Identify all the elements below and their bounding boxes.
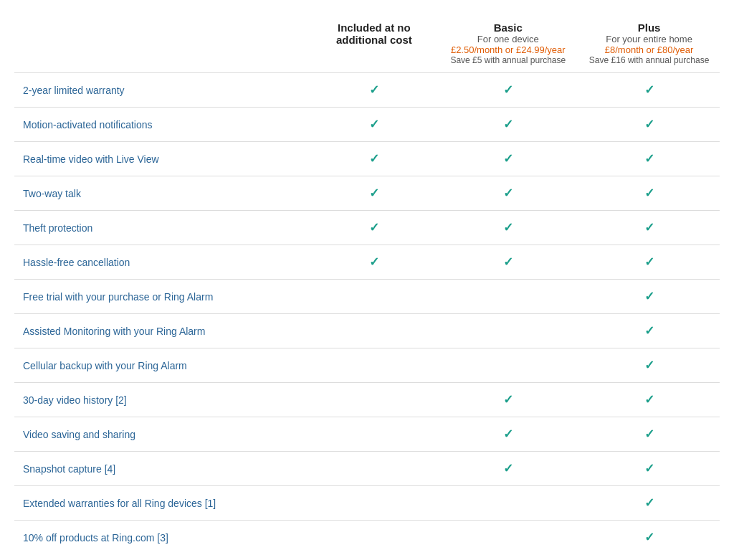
included-check-cell: [310, 521, 437, 555]
feature-label: 2-year limited warranty: [14, 73, 310, 108]
checkmark-icon: ✓: [644, 152, 654, 166]
checkmark-icon: ✓: [503, 221, 513, 234]
plus-check-cell: ✓: [578, 108, 720, 142]
checkmark-icon: ✓: [644, 221, 654, 234]
plus-check-cell: ✓: [578, 73, 720, 108]
basic-check-cell: [437, 280, 578, 314]
checkmark-icon: ✓: [644, 83, 654, 97]
table-row: 30-day video history [2]✓✓: [14, 383, 720, 417]
plus-check-cell: ✓: [578, 314, 720, 348]
included-check-cell: ✓: [310, 245, 437, 280]
plus-check-cell: ✓: [578, 348, 720, 383]
feature-label: Real-time video with Live View: [14, 142, 310, 176]
table-row: 2-year limited warranty✓✓✓: [14, 73, 720, 108]
checkmark-icon: ✓: [503, 186, 513, 200]
feature-label: Snapshot capture [4]: [14, 452, 310, 486]
checkmark-icon: ✓: [369, 221, 379, 234]
plus-check-cell: ✓: [578, 280, 720, 314]
checkmark-icon: ✓: [503, 255, 513, 269]
table-row: Snapshot capture [4]✓✓: [14, 452, 720, 486]
table-row: Theft protection✓✓✓: [14, 211, 720, 245]
checkmark-icon: ✓: [503, 462, 513, 475]
checkmark-icon: ✓: [644, 393, 654, 407]
basic-save: Save £5 with annual purchase: [446, 55, 570, 65]
checkmark-icon: ✓: [644, 427, 654, 441]
checkmark-icon: ✓: [503, 118, 513, 131]
feature-label: Theft protection: [14, 211, 310, 245]
plus-check-cell: ✓: [578, 142, 720, 176]
plus-check-cell: ✓: [578, 486, 720, 521]
table-row: Extended warranties for all Ring devices…: [14, 486, 720, 521]
checkmark-icon: ✓: [644, 496, 654, 510]
basic-check-cell: ✓: [437, 108, 578, 142]
plus-check-cell: ✓: [578, 417, 720, 452]
included-check-cell: [310, 452, 437, 486]
feature-label: Two-way talk: [14, 176, 310, 211]
basic-check-cell: ✓: [437, 176, 578, 211]
plus-check-cell: ✓: [578, 383, 720, 417]
checkmark-icon: ✓: [644, 324, 654, 338]
feature-label: Motion-activated notifications: [14, 108, 310, 142]
feature-label: 10% off products at Ring.com [3]: [14, 521, 310, 555]
comparison-table: Included at no additional cost Basic For…: [14, 14, 720, 554]
basic-check-cell: ✓: [437, 245, 578, 280]
included-check-cell: ✓: [310, 108, 437, 142]
feature-label: 30-day video history [2]: [14, 383, 310, 417]
basic-check-cell: ✓: [437, 383, 578, 417]
basic-check-cell: ✓: [437, 142, 578, 176]
basic-check-cell: [437, 486, 578, 521]
basic-subtitle: For one device: [446, 34, 570, 44]
included-check-cell: ✓: [310, 176, 437, 211]
included-check-cell: ✓: [310, 73, 437, 108]
included-check-cell: ✓: [310, 211, 437, 245]
basic-check-cell: [437, 521, 578, 555]
plus-title: Plus: [587, 22, 711, 34]
feature-label: Video saving and sharing: [14, 417, 310, 452]
basic-column-header: Basic For one device £2.50/month or £24.…: [437, 14, 578, 73]
checkmark-icon: ✓: [369, 83, 379, 97]
plus-check-cell: ✓: [578, 176, 720, 211]
included-check-cell: [310, 314, 437, 348]
plus-column-header: Plus For your entire home £8/month or £8…: [578, 14, 720, 73]
plus-check-cell: ✓: [578, 452, 720, 486]
basic-title: Basic: [446, 22, 570, 34]
table-row: Assisted Monitoring with your Ring Alarm…: [14, 314, 720, 348]
feature-label: Cellular backup with your Ring Alarm: [14, 348, 310, 383]
checkmark-icon: ✓: [644, 186, 654, 200]
checkmark-icon: ✓: [503, 152, 513, 166]
checkmark-icon: ✓: [369, 255, 379, 269]
comparison-container: Included at no additional cost Basic For…: [0, 0, 734, 560]
feature-label: Extended warranties for all Ring devices…: [14, 486, 310, 521]
checkmark-icon: ✓: [644, 462, 654, 475]
checkmark-icon: ✓: [644, 531, 654, 544]
table-row: 10% off products at Ring.com [3]✓: [14, 521, 720, 555]
included-check-cell: [310, 417, 437, 452]
checkmark-icon: ✓: [369, 186, 379, 200]
feature-column-header: [14, 14, 310, 73]
basic-check-cell: [437, 348, 578, 383]
checkmark-icon: ✓: [644, 359, 654, 372]
checkmark-icon: ✓: [369, 118, 379, 131]
included-check-cell: [310, 348, 437, 383]
checkmark-icon: ✓: [644, 290, 654, 303]
table-row: Free trial with your purchase or Ring Al…: [14, 280, 720, 314]
checkmark-icon: ✓: [503, 393, 513, 407]
checkmark-icon: ✓: [644, 118, 654, 131]
basic-check-cell: ✓: [437, 452, 578, 486]
basic-check-cell: ✓: [437, 73, 578, 108]
basic-price: £2.50/month or £24.99/year: [446, 44, 570, 55]
feature-label: Hassle-free cancellation: [14, 245, 310, 280]
table-row: Two-way talk✓✓✓: [14, 176, 720, 211]
basic-check-cell: ✓: [437, 417, 578, 452]
table-row: Real-time video with Live View✓✓✓: [14, 142, 720, 176]
included-check-cell: ✓: [310, 142, 437, 176]
table-row: Video saving and sharing✓✓: [14, 417, 720, 452]
included-title: Included at no additional cost: [319, 22, 429, 46]
plus-save: Save £16 with annual purchase: [587, 55, 711, 65]
checkmark-icon: ✓: [503, 83, 513, 97]
feature-label: Free trial with your purchase or Ring Al…: [14, 280, 310, 314]
included-check-cell: [310, 486, 437, 521]
included-check-cell: [310, 383, 437, 417]
included-column-header: Included at no additional cost: [310, 14, 437, 73]
plus-check-cell: ✓: [578, 245, 720, 280]
